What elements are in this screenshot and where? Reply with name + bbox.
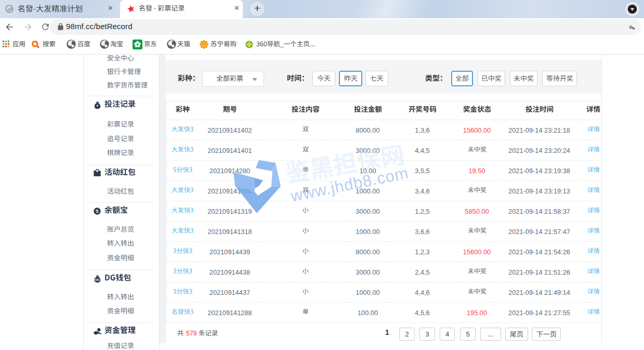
svg-text:DG: DG [95,278,100,281]
svg-text:S: S [96,209,99,214]
